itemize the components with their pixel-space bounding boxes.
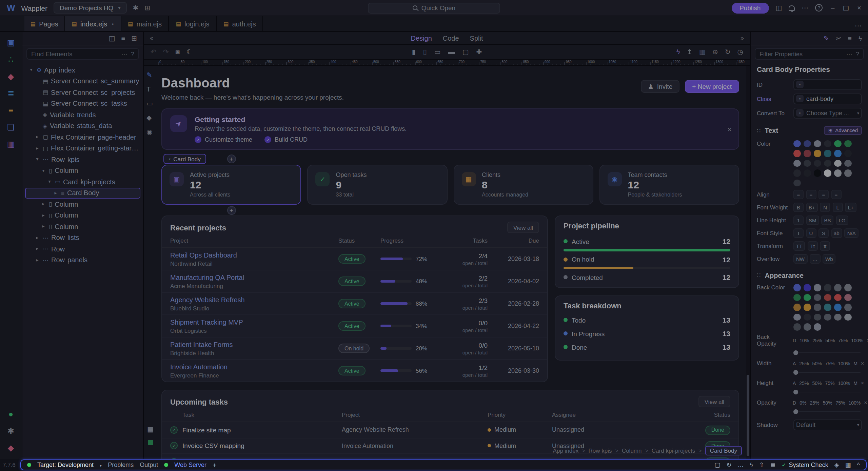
width-preset-A[interactable]: A bbox=[793, 361, 796, 366]
device-laptop-icon[interactable]: ▬ bbox=[448, 48, 455, 56]
design-canvas[interactable]: ✎T▭◆◉ ▦ Dashboard Welcome back — here's … bbox=[144, 66, 750, 459]
clear-back-opacity-icon[interactable]: × bbox=[867, 337, 868, 343]
tree-item-card-body[interactable]: ▸≡Card Body bbox=[25, 187, 140, 199]
opacity-preset-100[interactable]: 100% bbox=[848, 400, 861, 405]
text-color-swatch[interactable] bbox=[814, 169, 821, 177]
project-link[interactable]: Agency Website Refresh bbox=[170, 296, 338, 303]
reload-icon[interactable]: ↻ bbox=[726, 462, 731, 468]
layout-toggle-icon[interactable]: ◫ bbox=[775, 4, 782, 11]
back-color-swatch[interactable] bbox=[824, 294, 831, 301]
expand-arrow-icon[interactable]: ▸ bbox=[41, 224, 46, 229]
help-icon[interactable]: ? bbox=[131, 50, 134, 57]
history-icon[interactable]: ◷ bbox=[737, 48, 743, 56]
tree-item-kpis[interactable]: ▾⋯Rowkpis bbox=[25, 154, 140, 165]
align-justify-button[interactable]: ≡ bbox=[831, 190, 841, 199]
maximize-button[interactable]: ▢ bbox=[843, 4, 849, 12]
height-preset-M[interactable]: M bbox=[853, 381, 857, 385]
tree-item-column[interactable]: ▸▯Column bbox=[25, 210, 140, 221]
tree-item-column[interactable]: ▾▯Column bbox=[25, 165, 140, 176]
tree-item-getting-started[interactable]: ▸▢Flex Containergetting-started bbox=[25, 143, 140, 154]
tree-item-column[interactable]: ▸▯Column bbox=[25, 199, 140, 210]
tab-login.ejs[interactable]: ▤login.ejs bbox=[169, 16, 217, 31]
webserver-tab[interactable]: Web Server bbox=[174, 462, 206, 468]
project-link[interactable]: Invoice Automation bbox=[170, 363, 338, 370]
target-selector[interactable]: Target: Development bbox=[37, 462, 94, 468]
refresh-icon[interactable]: ↻ bbox=[725, 48, 731, 56]
expand-arrow-icon[interactable]: ▸ bbox=[35, 135, 40, 140]
project-row[interactable]: Agency Website RefreshBluebird StudioAct… bbox=[162, 293, 547, 315]
element-tool-icon[interactable]: ▭ bbox=[146, 100, 153, 107]
text-color-swatch[interactable] bbox=[793, 179, 801, 186]
drag-handle-icon[interactable]: ∷ bbox=[757, 127, 761, 134]
width-preset-100[interactable]: 100% bbox=[838, 361, 850, 366]
text-color-swatch[interactable] bbox=[824, 169, 831, 177]
help-icon[interactable]: ? bbox=[815, 4, 823, 12]
add-element-button[interactable]: + bbox=[227, 155, 236, 163]
opacity-slider[interactable] bbox=[793, 409, 861, 414]
mode-code[interactable]: Code bbox=[443, 34, 459, 42]
text-color-swatch[interactable] bbox=[793, 169, 801, 177]
server-actions-icon[interactable]: ≡ bbox=[8, 106, 13, 115]
back-color-swatch[interactable] bbox=[824, 284, 831, 291]
apps-icon[interactable]: ▦ bbox=[845, 462, 851, 468]
back-color-swatch[interactable] bbox=[793, 304, 801, 311]
settings-gear-icon[interactable]: ✱ bbox=[133, 4, 138, 11]
help-icon[interactable]: ? bbox=[856, 50, 859, 57]
close-button[interactable]: × bbox=[857, 4, 861, 12]
clear-width-icon[interactable]: × bbox=[861, 360, 864, 366]
back-color-swatch[interactable] bbox=[814, 304, 821, 311]
text-color-swatch[interactable] bbox=[824, 150, 831, 157]
project-selector[interactable]: Demo Projects HQ ▾ bbox=[54, 2, 126, 14]
back-color-swatch[interactable] bbox=[804, 284, 811, 291]
components-icon[interactable]: ▥ bbox=[7, 140, 15, 148]
fit-view-icon[interactable]: ✚ bbox=[476, 48, 482, 56]
more-icon[interactable]: … bbox=[737, 462, 744, 468]
height-preset-25[interactable]: 25% bbox=[799, 381, 809, 385]
text-color-swatch[interactable] bbox=[814, 140, 821, 147]
opacity-preset-25[interactable]: 25% bbox=[810, 400, 819, 405]
tree-item-sc-tasks[interactable]: ▤Server Connectsc_tasks bbox=[25, 98, 140, 109]
preview-visibility-icon[interactable]: ◉ bbox=[146, 128, 153, 136]
collapse-arrow-icon[interactable]: ▾ bbox=[28, 67, 34, 73]
device-desktop-icon[interactable]: ▢ bbox=[462, 48, 469, 56]
device-mobile-icon[interactable]: ▮ bbox=[412, 48, 416, 56]
back-color-swatch[interactable] bbox=[824, 304, 831, 311]
publish-button[interactable]: Publish bbox=[731, 2, 769, 13]
design-blocks-icon[interactable]: ◆ bbox=[8, 73, 14, 81]
opacity-preset-75[interactable]: 75% bbox=[835, 400, 845, 405]
task-row[interactable]: ✓Finalize site mapAgency Website Refresh… bbox=[162, 422, 738, 438]
back-opacity-preset-100[interactable]: 100% bbox=[851, 338, 863, 343]
overflow-wb-button[interactable]: Wb bbox=[823, 254, 836, 264]
grid-view-icon[interactable]: ▦ bbox=[699, 48, 706, 56]
back-color-swatch[interactable] bbox=[793, 284, 801, 291]
breadcrumb-item[interactable]: Card Body bbox=[705, 446, 742, 455]
clear-height-icon[interactable]: × bbox=[861, 380, 864, 386]
tab-auth.ejs[interactable]: ▤auth.ejs bbox=[217, 16, 263, 31]
addons-icon[interactable]: ⊞ bbox=[144, 4, 150, 11]
text-color-swatch[interactable] bbox=[814, 150, 821, 157]
back-color-swatch[interactable] bbox=[844, 284, 851, 291]
tree-item-row[interactable]: ▸⋯Row bbox=[25, 243, 140, 254]
shadow-select[interactable]: Default▾ bbox=[793, 419, 862, 430]
width-preset-25[interactable]: 25% bbox=[799, 361, 809, 366]
font-weight-l-button[interactable]: L bbox=[833, 203, 843, 212]
font-weight-b-button[interactable]: B bbox=[793, 203, 804, 212]
font-weight-l-button[interactable]: L+ bbox=[845, 203, 856, 212]
selection-tag[interactable]: ‹Card Body bbox=[163, 154, 206, 164]
select-tool-icon[interactable]: ✎ bbox=[146, 71, 153, 79]
text-color-swatch[interactable] bbox=[844, 160, 851, 167]
height-preset-A[interactable]: A bbox=[793, 381, 796, 385]
undo-icon[interactable]: ↶ bbox=[151, 48, 156, 56]
text-color-swatch[interactable] bbox=[824, 160, 831, 167]
expand-arrow-icon[interactable]: ▸ bbox=[35, 146, 40, 151]
line-height-bs-button[interactable]: BS bbox=[822, 216, 834, 225]
kpi-card[interactable]: ▣Active projects12Across all clients‹Car… bbox=[161, 165, 301, 205]
back-color-swatch[interactable] bbox=[814, 323, 821, 330]
back-color-swatch[interactable] bbox=[834, 304, 841, 311]
project-row[interactable]: Invoice AutomationEvergreen FinanceActiv… bbox=[162, 360, 547, 382]
font-style-na-button[interactable]: N/A bbox=[845, 228, 859, 238]
more-icon[interactable]: ⋯ bbox=[121, 50, 127, 57]
tree-item-lists[interactable]: ▸⋯Rowlists bbox=[25, 232, 140, 243]
back-color-swatch[interactable] bbox=[804, 294, 811, 301]
back-color-swatch[interactable] bbox=[814, 294, 821, 301]
